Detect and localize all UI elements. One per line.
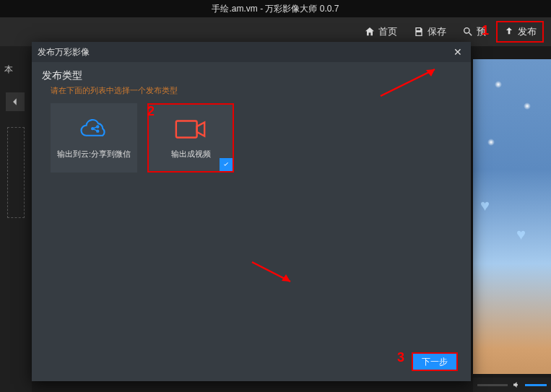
publish-dialog: 发布万彩影像 ✕ 发布类型 请在下面的列表中选择一个发布类型 输出到云:分享到微…: [32, 42, 471, 381]
card-video-label: 输出成视频: [171, 149, 211, 160]
close-icon: ✕: [454, 46, 462, 58]
annotation-1: 1: [482, 23, 489, 38]
svg-line-4: [381, 69, 435, 96]
dashed-placeholder: [7, 127, 25, 218]
video-icon: [174, 117, 207, 141]
heart-icon: ♥: [516, 225, 526, 244]
volume-icon[interactable]: [512, 380, 521, 389]
next-step-label: 下一步: [422, 356, 448, 368]
check-icon: [222, 161, 230, 168]
card-cloud-label: 输出到云:分享到微信: [57, 149, 131, 160]
annotation-arrow-1: [377, 64, 442, 100]
save-button[interactable]: 保存: [407, 22, 452, 41]
selected-check: [220, 158, 233, 171]
sparkle-icon: [487, 139, 495, 146]
publish-type-cards: 输出到云:分享到微信 输出成视频: [42, 103, 461, 173]
dialog-titlebar: 发布万彩影像 ✕: [32, 42, 471, 62]
home-label: 首页: [378, 25, 397, 38]
card-output-cloud[interactable]: 输出到云:分享到微信: [51, 103, 137, 173]
left-column: 本: [0, 46, 32, 392]
preview-icon: [462, 26, 474, 38]
cloud-share-icon: [79, 117, 109, 141]
left-partial-text: 本: [0, 46, 32, 76]
volume-slider[interactable]: [525, 384, 547, 386]
home-button[interactable]: 首页: [358, 22, 403, 41]
publish-highlight-box: 发布: [496, 21, 544, 43]
svg-rect-3: [176, 121, 197, 137]
dialog-close-button[interactable]: ✕: [451, 45, 465, 59]
save-icon: [413, 26, 425, 38]
preview-panel: ♥ ♥: [473, 59, 551, 374]
arrow-left-icon: [10, 97, 20, 107]
save-label: 保存: [428, 25, 446, 38]
back-button[interactable]: [6, 92, 25, 111]
window-title: 手绘.am.vm - 万彩影像大师 0.0.7: [212, 4, 339, 14]
next-step-button[interactable]: 下一步: [412, 352, 458, 371]
annotation-3: 3: [397, 350, 404, 365]
publish-button[interactable]: 发布: [498, 22, 542, 41]
publish-label: 发布: [518, 25, 537, 38]
player-bar: [473, 378, 551, 392]
annotation-arrow-2: [248, 258, 299, 287]
dialog-title: 发布万彩影像: [38, 46, 90, 58]
sparkle-icon: [495, 81, 502, 88]
progress-track[interactable]: [477, 384, 508, 386]
card-output-video[interactable]: 输出成视频: [147, 103, 234, 173]
heart-icon: ♥: [480, 196, 490, 215]
home-icon: [364, 26, 376, 38]
annotation-2: 2: [147, 104, 155, 119]
window-title-bar: 手绘.am.vm - 万彩影像大师 0.0.7: [0, 0, 551, 17]
sparkle-icon: [524, 103, 531, 110]
upload-icon: [503, 26, 515, 38]
